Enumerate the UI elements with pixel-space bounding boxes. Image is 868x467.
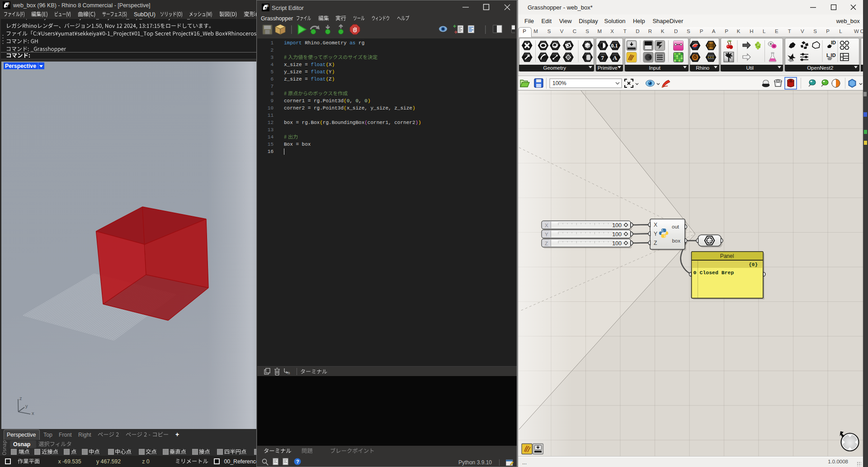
svg-text:box: box (672, 238, 680, 243)
svg-text:100: 100 (612, 240, 622, 247)
svg-text:100: 100 (612, 222, 622, 229)
svg-text:0.1: 0.1 (611, 43, 618, 49)
svg-text:X: X (545, 223, 548, 228)
svg-text:Closed Brep: Closed Brep (700, 270, 734, 276)
svg-text:8: 8 (267, 4, 269, 7)
svg-text:{0}: {0} (749, 262, 758, 267)
svg-text:y: y (25, 403, 28, 409)
svg-text:Z: Z (654, 240, 657, 246)
svg-text:0: 0 (693, 270, 697, 276)
svg-text:out: out (672, 224, 679, 229)
svg-text:n: n (288, 371, 290, 376)
svg-text:z: z (19, 396, 22, 401)
svg-text:x: x (32, 410, 34, 416)
svg-text:Panel: Panel (720, 253, 734, 259)
svg-text:?: ? (296, 459, 299, 464)
svg-text:X: X (654, 222, 657, 228)
svg-text:A: A (613, 54, 618, 61)
svg-text:100%: 100% (552, 80, 566, 86)
svg-text:100: 100 (612, 231, 622, 238)
svg-text:L ID: L ID (826, 52, 836, 58)
svg-text:Y: Y (545, 232, 548, 237)
svg-text:7: 7 (601, 54, 604, 61)
svg-text:Z: Z (545, 241, 548, 246)
svg-text:Y: Y (654, 231, 657, 237)
svg-text:ID: ID (831, 40, 836, 45)
